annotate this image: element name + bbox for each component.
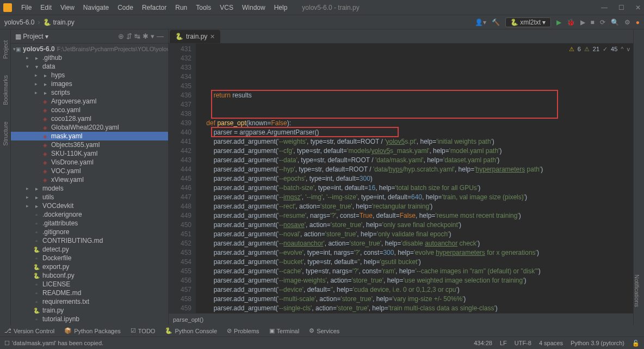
- menu-run[interactable]: Run: [171, 3, 191, 13]
- tree-item[interactable]: ◈mask.yaml: [11, 132, 168, 140]
- folder-icon: ▸: [33, 185, 40, 192]
- code-content[interactable]: ⚠6 ⚠21 ✓45 ^ v return results def parse_…: [196, 44, 633, 313]
- tool-todo[interactable]: ☑TODO: [131, 327, 156, 334]
- tree-item[interactable]: ◈VOC.yaml: [11, 167, 168, 175]
- project-dropdown[interactable]: ▦ Project ▾: [15, 33, 48, 40]
- breadcrumb-project[interactable]: yolov5-6.0: [4, 19, 34, 26]
- chevron-down-icon[interactable]: v: [627, 45, 630, 54]
- tree-item[interactable]: 🐍detect.py: [11, 245, 168, 254]
- user-icon[interactable]: 👤▾: [475, 19, 486, 26]
- run-button[interactable]: ▶: [556, 19, 561, 26]
- tab-close-icon[interactable]: ✕: [210, 33, 215, 40]
- menu-edit[interactable]: Edit: [36, 3, 55, 13]
- chevron-up-icon[interactable]: ^: [621, 45, 623, 54]
- left-tool-rail: ProjectBookmarksStructure: [0, 29, 11, 325]
- locate-icon[interactable]: ⊕: [118, 32, 124, 40]
- project-tree[interactable]: ▾ ▣ yolov5-6.0 F:\JetBrains\PycharmProje…: [11, 44, 168, 325]
- tree-item[interactable]: ▸▸models: [11, 184, 168, 193]
- indent-setting[interactable]: 4 spaces: [539, 340, 563, 347]
- tree-item[interactable]: ▫.gitignore: [11, 228, 168, 236]
- tree-item[interactable]: 🐍txt2xml.py: [11, 323, 168, 325]
- caret-position[interactable]: 434:28: [474, 340, 492, 347]
- tree-item[interactable]: ▸▸scripts: [11, 88, 168, 97]
- tool-problems[interactable]: ⊘Problems: [227, 327, 259, 334]
- run-with-coverage-icon[interactable]: ▶: [580, 19, 585, 26]
- code-editor[interactable]: 4314324334344354364374384394404414424434…: [169, 44, 633, 313]
- menu-vcs[interactable]: VCS: [216, 3, 237, 13]
- tree-item[interactable]: ▫CONTRIBUTING.md: [11, 236, 168, 245]
- yaml-icon: ◈: [41, 106, 49, 114]
- tree-item[interactable]: ▫README.md: [11, 289, 168, 297]
- menu-file[interactable]: File: [17, 3, 35, 13]
- tree-item[interactable]: ▫.dockerignore: [11, 210, 168, 219]
- close-icon[interactable]: ✕: [635, 4, 641, 11]
- tree-item[interactable]: ◈coco128.yaml: [11, 114, 168, 123]
- interpreter[interactable]: Python 3.9 (pytorch): [571, 340, 624, 347]
- tree-root[interactable]: ▾ ▣ yolov5-6.0 F:\JetBrains\PycharmProje…: [11, 45, 168, 53]
- stop-button[interactable]: ■: [591, 19, 595, 26]
- tool-python-packages[interactable]: 📦Python Packages: [64, 327, 121, 334]
- typo-icon: ✓: [603, 45, 608, 54]
- search-icon[interactable]: 🔍: [611, 19, 619, 26]
- maximize-icon[interactable]: ☐: [618, 4, 624, 11]
- rail-project[interactable]: Project: [2, 40, 9, 59]
- run-config-selector[interactable]: 🐍 xml2txt ▾: [505, 17, 551, 27]
- tree-item[interactable]: ▫Dockerfile: [11, 254, 168, 262]
- menu-view[interactable]: View: [57, 3, 78, 13]
- tree-item[interactable]: ▾▾data: [11, 62, 168, 71]
- tree-item[interactable]: ◈xView.yaml: [11, 175, 168, 184]
- editor-tab[interactable]: 🐍 train.py ✕: [170, 30, 220, 43]
- tree-item[interactable]: ▸▸hyps: [11, 71, 168, 79]
- tree-item[interactable]: 🐍train.py: [11, 306, 168, 315]
- expand-all-icon[interactable]: ⇵: [126, 32, 132, 40]
- inspection-widget[interactable]: ⚠6 ⚠21 ✓45 ^ v: [569, 45, 630, 54]
- menu-code[interactable]: Code: [114, 3, 137, 13]
- tree-item[interactable]: ◈Objects365.yaml: [11, 140, 168, 149]
- tree-item[interactable]: ▸▸images: [11, 79, 168, 88]
- tree-item[interactable]: ▸▸.github: [11, 53, 168, 62]
- minimize-icon[interactable]: —: [601, 4, 608, 11]
- tree-item[interactable]: ▫LICENSE: [11, 280, 168, 289]
- tree-item[interactable]: 🐍export.py: [11, 262, 168, 271]
- settings-gear-icon[interactable]: ✱ ▾: [143, 32, 154, 40]
- menu-navigate[interactable]: Navigate: [79, 3, 113, 13]
- plugin-icon[interactable]: ●: [636, 19, 640, 26]
- tree-item[interactable]: ▫requirements.txt: [11, 297, 168, 306]
- py-icon: 🐍: [33, 272, 40, 279]
- menu-tools[interactable]: Tools: [192, 3, 215, 13]
- tool-python-console[interactable]: 🐍Python Console: [165, 327, 217, 334]
- tool-version-control[interactable]: ⎇Version Control: [4, 327, 54, 334]
- tab-label: train.py: [186, 33, 207, 40]
- file-encoding[interactable]: UTF-8: [515, 340, 531, 347]
- tree-item[interactable]: ◈SKU-110K.yaml: [11, 149, 168, 158]
- debug-button[interactable]: 🐞: [567, 19, 575, 26]
- editor-breadcrumb[interactable]: parse_opt(): [169, 313, 633, 325]
- line-separator[interactable]: LF: [500, 340, 507, 347]
- warning-icon: ⚠: [569, 45, 574, 54]
- tool-terminal[interactable]: ▣Terminal: [269, 327, 300, 334]
- tree-item[interactable]: ◈Argoverse.yaml: [11, 97, 168, 106]
- python-file-icon: 🐍: [175, 33, 183, 40]
- breadcrumb-file[interactable]: 🐍 train.py: [43, 19, 74, 26]
- lock-icon[interactable]: 🔓: [632, 340, 640, 347]
- rail-structure[interactable]: Structure: [2, 121, 9, 146]
- tree-item[interactable]: ◈coco.yaml: [11, 106, 168, 114]
- tree-item[interactable]: ◈VisDrone.yaml: [11, 158, 168, 167]
- settings-icon[interactable]: ⚙: [624, 19, 630, 26]
- tree-item[interactable]: 🐍hubconf.py: [11, 271, 168, 280]
- tree-item[interactable]: ◈GlobalWheat2020.yaml: [11, 123, 168, 132]
- rail-bookmarks[interactable]: Bookmarks: [2, 75, 9, 105]
- tree-item[interactable]: ▸▸utils: [11, 193, 168, 201]
- menu-help[interactable]: Help: [270, 3, 292, 13]
- hide-icon[interactable]: —: [157, 32, 164, 40]
- tree-item[interactable]: ▫tutorial.ipynb: [11, 315, 168, 323]
- tree-item[interactable]: ▸▸VOCdevkit: [11, 201, 168, 210]
- tool-services[interactable]: ⚙Services: [309, 327, 339, 334]
- menu-window[interactable]: Window: [238, 3, 269, 13]
- build-icon[interactable]: 🔨: [492, 19, 500, 26]
- notifications-tab[interactable]: Notifications: [634, 274, 640, 307]
- collapse-all-icon[interactable]: ↹: [134, 32, 140, 40]
- git-update-icon[interactable]: ⟳: [600, 19, 605, 26]
- tree-item[interactable]: ▫.gitattributes: [11, 219, 168, 228]
- menu-refactor[interactable]: Refactor: [138, 3, 170, 13]
